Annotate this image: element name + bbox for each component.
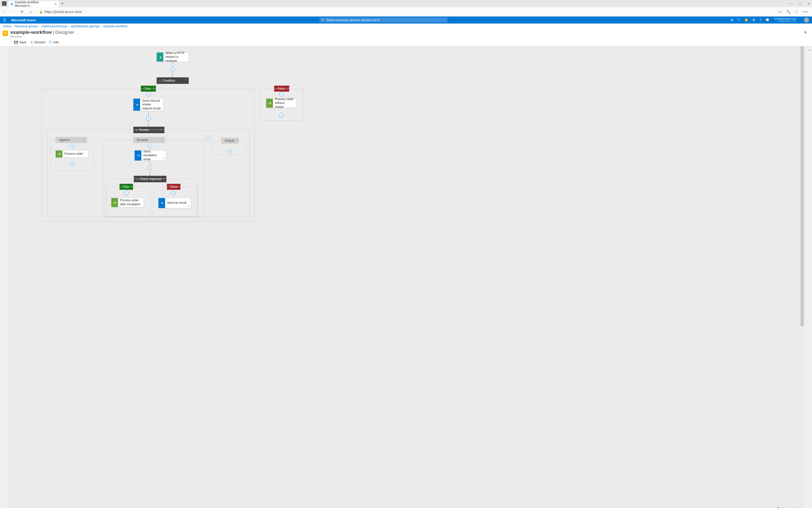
window-maximize-icon[interactable]: ▢ [799, 2, 802, 5]
variable-icon: ✿ [56, 151, 63, 158]
new-tab-button[interactable]: + [61, 1, 64, 6]
cloud-shell-icon[interactable]: ⧉ [731, 18, 733, 22]
add-step-button[interactable]: + [70, 144, 74, 148]
designer-canvas[interactable]: ⊕ When a HTTP request is received + ▾ ⎌ … [8, 47, 804, 508]
variable-icon: ✿ [267, 99, 273, 108]
page-more-icon[interactable]: … [77, 31, 80, 35]
portal-menu-icon[interactable]: ☰ [3, 18, 6, 22]
add-step-button[interactable]: + [146, 116, 151, 121]
zoom-icon[interactable]: 🔍 [786, 10, 790, 14]
info-button[interactable]: ⓘInfo [49, 40, 59, 45]
link-icon: ⧉ [160, 107, 162, 110]
crumb-app[interactable]: myStandardLogicApp [71, 25, 100, 28]
info-icon: ⓘ [49, 40, 52, 45]
nav-back-icon[interactable]: ← [2, 9, 7, 14]
send-an-email-node[interactable]: ✉ Send an email ⧉ [158, 198, 191, 208]
tab-title: example-workflow - Microsoft A... [14, 0, 53, 7]
variable-icon: ✿ [112, 198, 118, 207]
browser-nav-bar: ← → ⟳ ⌂ 🔒 https://portal.azure.com/ 🗝 🔍 … [0, 7, 812, 16]
scroll-thumb[interactable] [801, 47, 804, 326]
workflow-icon: ♻ [2, 31, 8, 36]
process-no-review-label: Process order without review [273, 99, 296, 108]
add-case-button[interactable]: + [206, 136, 210, 140]
search-placeholder: Search resources, services, and docs (G+… [326, 18, 380, 22]
add-step-button[interactable]: + [146, 92, 151, 96]
send-an-email-label: Send an email [165, 198, 191, 208]
add-step-button[interactable]: + [124, 191, 128, 195]
window-minimize-icon[interactable]: — [790, 2, 793, 5]
azure-logo-icon: A [10, 2, 13, 6]
crumb-workflow[interactable]: example-workflow [103, 25, 127, 28]
http-icon: ⊕ [157, 52, 163, 61]
settings-icon[interactable]: ⚙ [752, 18, 756, 22]
crumb-home[interactable]: Home [3, 25, 11, 28]
trigger-label: When a HTTP request is received [163, 52, 189, 61]
close-tab-icon[interactable]: × [54, 2, 56, 6]
add-step-button[interactable]: + [148, 166, 152, 170]
page-mode: | Designer [53, 30, 74, 35]
send-review-email-label: Send manual review request email [140, 99, 163, 111]
url-text: https://portal.azure.com/ [44, 10, 82, 14]
page-subtitle: Workflow [10, 35, 80, 38]
process-order-label: Process order [63, 151, 88, 158]
user-org: CONTOSO, LTD. [778, 20, 797, 23]
outlook-icon: ✉ [135, 151, 141, 161]
save-icon: 💾 [14, 41, 18, 44]
nav-forward-icon: → [11, 9, 16, 14]
add-step-button[interactable]: + [70, 162, 74, 166]
page-header: ♻ example-workflow | Designer … Workflow… [0, 29, 812, 39]
more-icon[interactable]: ••• [803, 10, 808, 14]
process-after-escalation-node[interactable]: ✿ Process order after escalation [111, 198, 144, 207]
add-step-button[interactable]: + [279, 113, 284, 117]
link-icon: ⧉ [163, 157, 164, 160]
address-bar[interactable]: 🔒 https://portal.azure.com/ [39, 10, 775, 14]
add-step-button[interactable]: + [279, 92, 284, 96]
breadcrumb: Home› Resource groups› myResourceGroup› … [0, 24, 812, 29]
expand-menu-icon[interactable]: » [10, 40, 11, 45]
discard-button[interactable]: ✕Discard [30, 40, 45, 45]
designer-canvas-wrap: ⊕ When a HTTP request is received + ▾ ⎌ … [0, 46, 812, 508]
outlook-icon: ✉ [134, 99, 140, 111]
add-step-button[interactable]: + [170, 67, 175, 72]
azure-top-bar: ☰ Microsoft Azure 🔍 Search resources, se… [0, 16, 812, 24]
search-icon: 🔍 [321, 18, 325, 22]
browser-tab[interactable]: A example-workflow - Microsoft A... × [8, 1, 59, 7]
portal-brand[interactable]: Microsoft Azure [11, 18, 36, 22]
trigger-node[interactable]: ⊕ When a HTTP request is received [157, 52, 189, 62]
notifications-icon[interactable]: 🔔 [744, 18, 748, 22]
site-info-icon[interactable]: 🔒 [39, 10, 43, 13]
send-escalation-email-node[interactable]: ✉ Send escalation email ⧉ [134, 150, 166, 161]
nav-home-icon[interactable]: ⌂ [28, 9, 33, 14]
crumb-rg[interactable]: Resource groups [15, 25, 38, 28]
add-step-button[interactable]: + [148, 144, 152, 148]
process-order-node[interactable]: ✿ Process order [55, 150, 88, 158]
process-after-escalation-label: Process order after escalation [118, 198, 144, 207]
avatar[interactable] [804, 17, 809, 23]
app-icon [2, 1, 6, 6]
add-step-button[interactable]: + [227, 149, 232, 154]
user-account[interactable]: nicole@contoso.com CONTOSO, LTD. [774, 17, 797, 23]
page-title: example-workflow [10, 30, 52, 35]
send-escalation-email-label: Send escalation email [141, 151, 166, 161]
discard-icon: ✕ [30, 41, 33, 44]
save-button[interactable]: 💾Save [14, 40, 27, 45]
portal-search[interactable]: 🔍 Search resources, services, and docs (… [319, 17, 447, 23]
process-no-review-node[interactable]: ✿ Process order without review [266, 98, 296, 108]
favorite-icon[interactable]: ☆ [795, 10, 798, 14]
panel-toggle-icon[interactable]: « [809, 48, 811, 52]
add-step-button[interactable]: + [171, 191, 176, 195]
link-icon: ⧉ [188, 205, 189, 207]
nav-refresh-icon[interactable]: ⟳ [20, 9, 25, 14]
browser-tab-strip: A example-workflow - Microsoft A... × + … [0, 0, 812, 7]
credentials-icon[interactable]: 🗝 [778, 10, 782, 14]
window-close-icon[interactable]: ✕ [807, 2, 810, 5]
designer-toolbar: » 💾Save ✕Discard ⓘInfo [0, 39, 812, 46]
directory-switch-icon[interactable]: ⛉ [737, 18, 740, 22]
outlook-icon: ✉ [159, 198, 165, 208]
send-review-email-node[interactable]: ✉ Send manual review request email ⧉ [133, 98, 163, 111]
crumb-myrg[interactable]: myResourceGroup [42, 25, 67, 28]
close-blade-icon[interactable]: ✕ [804, 30, 807, 35]
help-icon[interactable]: ? [759, 18, 761, 22]
feedback-icon[interactable]: 💬 [765, 18, 769, 22]
canvas-scrollbar[interactable]: ▴ ▾ [801, 47, 804, 508]
